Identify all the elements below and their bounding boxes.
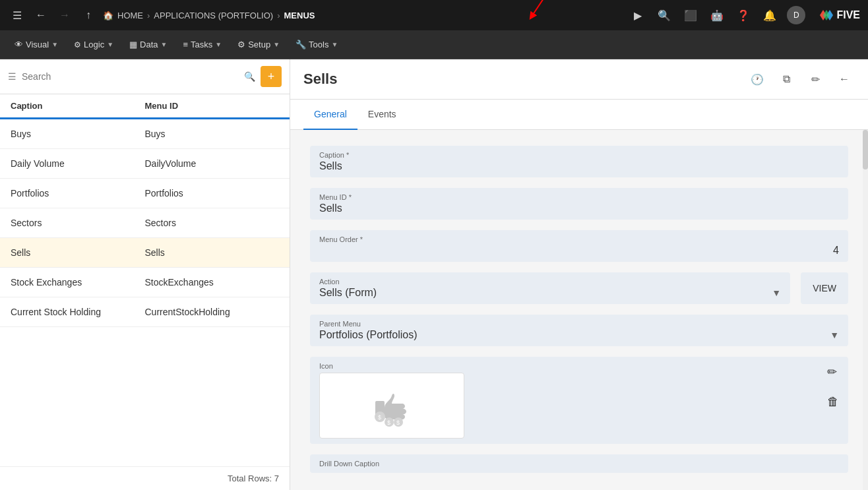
scrollbar-track[interactable] [863,130,868,490]
menu-id-label: Menu ID * [319,193,839,201]
view-button[interactable]: VIEW [801,272,848,304]
play-icon[interactable]: ▶ [629,6,647,24]
breadcrumb: 🏠 HOME › APPLICATIONS (PORTFOLIO) › MENU… [103,11,315,20]
sidebar-table: Caption Menu ID Buys Buys Daily Volume D… [0,94,290,466]
toolbar-data[interactable]: ▦ Data ▼ [123,36,173,53]
toolbar-logic[interactable]: ⚙ Logic ▼ [67,36,120,53]
icon-field-left: Icon $ $ $ [319,362,819,439]
caption-field: Caption * Sells [310,146,848,177]
toolbar-tools[interactable]: 🔧 Tools ▼ [289,36,344,53]
svg-text:$: $ [378,414,381,421]
breadcrumb-applications[interactable]: APPLICATIONS (PORTFOLIO) [154,11,273,20]
parent-menu-value[interactable]: Portfolios (Portfolios) [319,329,830,341]
action-field: Action Sells (Form) ▼ [310,272,790,304]
row-caption: Sectors [11,218,145,228]
history-icon[interactable]: 🕐 [747,69,768,90]
table-row[interactable]: Buys Buys [0,119,290,149]
back-arrow-icon[interactable]: ← [834,69,855,90]
table-row[interactable]: Sectors Sectors [0,208,290,238]
content-header: Sells 🕐 ⧉ ✏ ← [290,59,868,100]
icon-label: Icon [319,362,819,370]
scrollbar-thumb[interactable] [863,130,868,169]
caption-label: Caption * [319,151,839,159]
svg-text:$: $ [387,419,390,426]
row-menuid: DailyVolume [145,158,280,169]
row-caption: Stock Exchanges [11,277,145,288]
home-icon: 🏠 [103,11,113,20]
row-menuid: Sells [145,247,280,258]
toolbar-visual[interactable]: 👁 Visual ▼ [8,36,65,53]
toolbar-tasks[interactable]: ≡ Tasks ▼ [176,36,228,53]
add-button[interactable]: + [261,66,282,87]
tools-icon: 🔧 [295,40,306,49]
row-caption: Current Stock Holding [11,307,145,317]
menu-id-field: Menu ID * Sells [310,188,848,220]
stop-icon[interactable]: ⬛ [681,6,700,24]
action-label: Action [319,278,781,286]
sidebar-footer: Total Rows: 7 [0,466,290,490]
help-icon[interactable]: ❓ [734,6,753,24]
search-circle-icon[interactable]: 🔍 [655,6,673,24]
action-dropdown-icon[interactable]: ▼ [772,288,781,298]
copy-icon[interactable]: ⧉ [776,69,797,90]
row-menuid: Sectors [145,218,280,228]
column-caption: Caption [11,101,145,111]
row-caption: Buys [11,129,145,139]
icon-field: Icon $ $ $ [310,357,848,444]
row-caption: Portfolios [11,188,145,199]
table-row[interactable]: Daily Volume DailyVolume [0,149,290,179]
avatar-icon[interactable]: D [787,6,805,24]
action-value[interactable]: Sells (Form) [319,287,772,299]
robot-icon[interactable]: 🤖 [708,6,726,24]
tab-general[interactable]: General [303,100,357,130]
content-actions: 🕐 ⧉ ✏ ← [747,69,855,90]
drill-down-field: Drill Down Caption [310,454,848,473]
form-area: Caption * Sells Menu ID * Sells Menu Ord… [290,130,868,490]
table-row[interactable]: Portfolios Portfolios [0,179,290,208]
table-row-selected[interactable]: Sells Sells [0,238,290,268]
tab-events[interactable]: Events [357,100,407,130]
table-row[interactable]: Current Stock Holding CurrentStockHoldin… [0,297,290,327]
row-menuid: Portfolios [145,188,280,199]
chevron-down-icon: ▼ [331,41,338,48]
menu-order-label: Menu Order * [319,235,839,243]
five-logo: FIVE [819,9,860,22]
icon-delete-button[interactable]: 🗑 [827,395,839,409]
parent-menu-dropdown-icon[interactable]: ▼ [830,330,839,340]
data-icon: ▦ [129,40,137,49]
menu-id-value[interactable]: Sells [319,202,839,214]
eye-icon: 👁 [15,40,23,49]
tasks-icon: ≡ [183,40,188,49]
forward-icon[interactable]: → [55,6,74,24]
menu-order-value[interactable]: 4 [319,245,839,257]
search-icon: 🔍 [244,71,255,82]
icon-edit-button[interactable]: ✏ [827,365,839,379]
caption-value[interactable]: Sells [319,160,839,172]
column-menuid: Menu ID [145,101,280,111]
breadcrumb-home[interactable]: HOME [117,11,143,20]
parent-menu-field: Parent Menu Portfolios (Portfolios) ▼ [310,315,848,346]
search-input[interactable] [22,71,239,82]
row-menuid: Buys [145,129,280,139]
svg-text:$: $ [396,419,400,426]
back-icon[interactable]: ← [32,6,50,24]
chevron-down-icon: ▼ [51,41,58,48]
row-caption: Daily Volume [11,158,145,169]
edit-icon[interactable]: ✏ [805,69,826,90]
row-caption: Sells [11,247,145,258]
table-header: Caption Menu ID [0,94,290,119]
menu-icon[interactable]: ☰ [8,6,26,24]
up-icon[interactable]: ↑ [79,6,98,24]
table-row[interactable]: Stock Exchanges StockExchanges [0,268,290,297]
icon-actions: ✏ 🗑 [827,362,839,412]
chevron-down-icon: ▼ [161,41,168,48]
action-row: Action Sells (Form) ▼ VIEW [310,272,848,304]
bell-icon[interactable]: 🔔 [760,6,779,24]
toolbar-setup[interactable]: ⚙ Setup ▼ [231,36,286,53]
setup-icon: ⚙ [237,40,245,49]
drill-down-label: Drill Down Caption [319,460,839,468]
logic-icon: ⚙ [74,40,81,49]
row-menuid: StockExchanges [145,277,280,288]
breadcrumb-menus[interactable]: MENUS [284,11,315,20]
tabs-bar: General Events [290,100,868,130]
